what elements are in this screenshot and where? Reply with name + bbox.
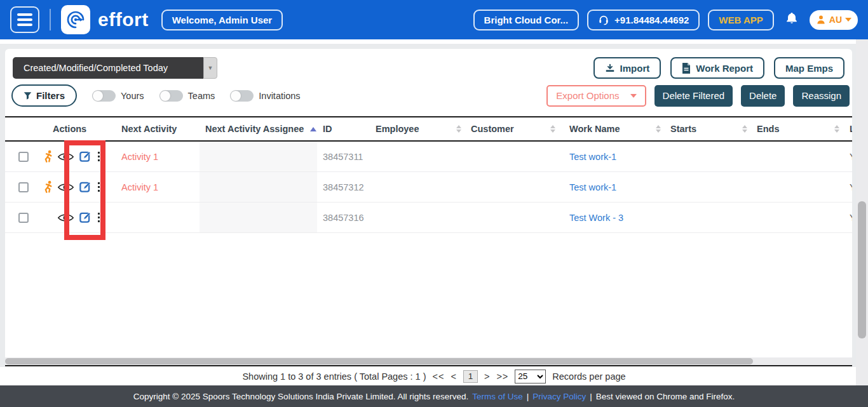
export-options-button[interactable]: Export Options [546,85,646,107]
toggle-switch-icon[interactable] [159,90,183,102]
edit-pencil-icon[interactable] [79,150,92,163]
brand-name: effort [98,9,149,30]
toggle-teams[interactable]: Teams [159,90,215,102]
app-screen: effort Welcome, Admin User Bright Cloud … [0,0,868,407]
column-header[interactable]: Next Activity Assignee [200,117,317,140]
column-header-label: Employee [376,124,419,134]
row-checkbox[interactable] [18,213,29,223]
prev-page-button[interactable]: < [451,371,456,382]
user-avatar-menu[interactable]: AU [810,10,858,30]
sort-icon[interactable] [742,125,747,133]
work-id: 38457311 [323,152,363,162]
horizontal-scrollbar[interactable] [5,357,852,365]
bell-icon[interactable] [785,11,799,28]
date-filter-select[interactable]: Created/Modified/Completed Today ▼ [13,57,217,79]
best-viewed-text: Best viewed on Chrome and Firefox. [596,392,735,401]
column-header[interactable]: Work Name [559,117,665,140]
assignee-cell [200,203,317,232]
column-header-label: Ends [757,124,779,134]
menu-icon[interactable] [10,6,39,33]
clipped-cell: Y [850,182,852,192]
column-header[interactable] [5,117,38,140]
column-header-label: Actions [53,124,86,134]
privacy-policy-link[interactable]: Privacy Policy [532,392,586,401]
next-activity-link[interactable]: Activity 1 [121,152,158,162]
effort-logo-icon[interactable] [61,5,90,34]
column-header[interactable]: Ends [751,117,843,140]
headset-icon [598,14,609,25]
first-page-button[interactable]: << [433,371,445,382]
reassign-button[interactable]: Reassign [793,85,850,107]
more-options-icon[interactable] [97,150,101,163]
next-page-button[interactable]: > [484,371,490,382]
company-button[interactable]: Bright Cloud Cor... [473,10,580,30]
table-header-row: Actions Next Activity Next Activity Assi… [5,116,852,142]
delete-filtered-button[interactable]: Delete Filtered [654,85,733,107]
more-options-icon[interactable] [97,181,101,193]
column-header[interactable]: Starts [665,117,751,140]
work-name-link[interactable]: Test Work - 3 [569,213,623,223]
work-name-link[interactable]: Test work-1 [569,152,616,162]
app-header: effort Welcome, Admin User Bright Cloud … [0,0,868,39]
column-header-label: Next Activity Assignee [205,124,304,134]
column-header[interactable]: Employee [370,117,465,140]
column-header-label: Next Activity [121,124,177,134]
sort-icon[interactable] [550,125,555,133]
welcome-user-button[interactable]: Welcome, Admin User [161,10,283,30]
column-header[interactable]: Next Activity [116,117,200,140]
horizontal-scrollbar-thumb[interactable] [5,358,753,364]
select-caret-icon[interactable]: ▼ [203,57,217,79]
column-header-label: L [850,124,852,134]
sort-icon[interactable] [656,125,661,133]
assignee-cell [200,142,317,171]
document-icon [682,63,691,74]
view-eye-icon[interactable] [57,152,74,162]
records-per-page-label: Records per page [552,371,625,382]
last-page-button[interactable]: >> [496,371,508,382]
view-eye-icon[interactable] [57,213,74,223]
column-header-label: Customer [471,124,514,134]
column-header[interactable]: ID [317,117,370,140]
map-emps-button[interactable]: Map Emps [774,57,844,79]
edit-pencil-icon[interactable] [79,181,92,193]
row-checkbox[interactable] [18,152,29,162]
clipped-cell: Y [850,152,852,162]
toggle-invitations[interactable]: Invitations [230,90,300,102]
column-header[interactable]: L [843,117,852,140]
vertical-scrollbar-thumb[interactable] [858,201,866,338]
web-app-button[interactable]: WEB APP [708,10,773,30]
filters-button[interactable]: Filters [11,84,77,107]
vertical-scrollbar[interactable] [856,39,868,385]
sort-ascending-icon[interactable] [310,127,316,131]
running-person-icon[interactable] [42,150,53,163]
current-page-button[interactable]: 1 [463,370,478,383]
more-options-icon[interactable] [97,211,101,224]
terms-of-use-link[interactable]: Terms of Use [472,392,523,401]
running-person-icon[interactable] [42,180,53,194]
records-per-page-select[interactable]: 25 [515,370,546,384]
edit-pencil-icon[interactable] [79,211,92,224]
next-activity-link[interactable]: Activity 1 [121,182,158,192]
support-phone-button[interactable]: +91.84484.44692 [587,10,700,30]
sort-icon[interactable] [456,125,461,133]
view-eye-icon[interactable] [57,182,74,192]
avatar-initials: AU [829,15,842,25]
copyright-text: Copyright © 2025 Spoors Technology Solut… [133,392,468,401]
column-header[interactable]: Customer [465,117,559,140]
header-gap [0,39,868,44]
work-report-button[interactable]: Work Report [670,57,764,79]
sort-icon[interactable] [834,125,839,133]
person-icon [816,15,826,25]
import-button[interactable]: Import [593,57,661,79]
toggle-switch-icon[interactable] [230,90,254,102]
column-header[interactable]: Actions [38,117,116,140]
work-list-card: Created/Modified/Completed Today ▼ Impor… [5,49,852,367]
delete-button[interactable]: Delete [741,85,785,107]
toggle-switch-icon[interactable] [92,90,116,102]
row-checkbox[interactable] [18,182,29,192]
running-person-icon[interactable] [42,211,53,224]
work-name-link[interactable]: Test work-1 [569,182,616,192]
assignee-cell [200,172,317,202]
toggle-yours[interactable]: Yours [92,90,144,102]
table-bottom-border [5,365,852,366]
